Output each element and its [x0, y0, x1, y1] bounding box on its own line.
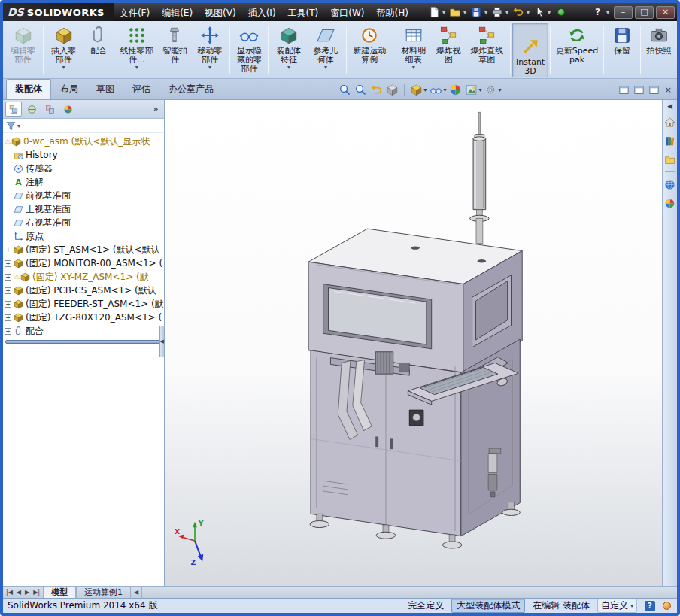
- open-button[interactable]: [448, 5, 463, 19]
- menu-tools[interactable]: 工具(T): [282, 3, 325, 21]
- view-settings-button[interactable]: ▾: [484, 83, 502, 97]
- chevron-down-icon[interactable]: ▾: [606, 9, 609, 16]
- ribbon-button-move-component[interactable]: 移动零部件 ▾: [191, 23, 228, 77]
- chevron-down-icon[interactable]: ▾: [17, 123, 20, 129]
- appearances-button[interactable]: [663, 196, 677, 210]
- tree-item-origin[interactable]: 原点: [3, 229, 164, 243]
- menu-edit[interactable]: 编辑(E): [156, 3, 199, 21]
- section-view-button[interactable]: [385, 83, 399, 97]
- tree-item-front-plane[interactable]: 前视基准面: [3, 189, 164, 202]
- tree-item-component[interactable]: + (固定) FEEDER-ST_ASM<1> (默: [3, 297, 164, 311]
- rollback-bar[interactable]: [5, 340, 162, 344]
- tree-item-annotations[interactable]: 注解: [3, 175, 164, 189]
- hide-show-items-button[interactable]: ▾: [429, 83, 447, 97]
- tab-model[interactable]: 模型: [43, 587, 76, 598]
- menu-insert[interactable]: 插入(I): [242, 3, 282, 21]
- minimize-button[interactable]: –: [614, 6, 633, 19]
- pane-split-right-button[interactable]: [633, 83, 645, 96]
- tree-item-assembly-root[interactable]: ⚠ 0-wc_asm (默认<默认_显示状: [3, 135, 164, 148]
- task-pane-expand-button[interactable]: ◀: [667, 102, 672, 110]
- displaymanager-tab[interactable]: [59, 102, 76, 117]
- ribbon-button-keep[interactable]: 保留: [606, 23, 639, 77]
- custom-dropdown[interactable]: 自定义 ▾: [597, 599, 637, 613]
- maximize-button[interactable]: □: [635, 6, 654, 19]
- first-tab-button[interactable]: |◀: [5, 589, 14, 596]
- save-button[interactable]: [469, 5, 484, 19]
- zoom-fit-button[interactable]: [338, 83, 352, 97]
- expander-icon[interactable]: +: [5, 314, 11, 321]
- tree-item-component[interactable]: + (固定) ST_ASM<1> (默认<默认: [3, 243, 164, 256]
- ribbon-button-update-speedpak[interactable]: 更新Speedpak: [552, 23, 602, 77]
- graphics-viewport[interactable]: X Y Z: [165, 100, 662, 586]
- pane-float-button[interactable]: [648, 83, 660, 96]
- select-button[interactable]: [532, 5, 547, 19]
- tree-item-sensors[interactable]: 传感器: [3, 162, 164, 175]
- chevron-down-icon[interactable]: ▾: [548, 9, 551, 16]
- featuremanager-tab[interactable]: [5, 102, 22, 117]
- chevron-down-icon[interactable]: ▾: [463, 9, 466, 16]
- tab-evaluate[interactable]: 评估: [123, 79, 159, 99]
- ribbon-button-new-motion-study[interactable]: 新建运动算例: [348, 23, 392, 77]
- tab-sketch[interactable]: 草图: [87, 79, 123, 99]
- configurationmanager-tab[interactable]: [41, 102, 58, 117]
- tab-assembly[interactable]: 装配体: [6, 79, 51, 99]
- tree-item-history[interactable]: History: [3, 148, 164, 162]
- menu-help[interactable]: 帮助(H): [371, 3, 414, 21]
- tree-item-component[interactable]: + (固定) MONITOR-00_ASM<1> (: [3, 256, 164, 270]
- ribbon-button-instant3d[interactable]: Instant3D: [512, 23, 548, 77]
- display-style-button[interactable]: ▾: [409, 83, 427, 97]
- expander-icon[interactable]: +: [5, 287, 11, 294]
- ribbon-button-linear-pattern[interactable]: 线性零部件... ▾: [115, 23, 158, 77]
- apply-scene-button[interactable]: ▾: [464, 83, 482, 97]
- ribbon-button-exploded-view[interactable]: 爆炸视图: [432, 23, 465, 77]
- tree-item-right-plane[interactable]: 右视基准面: [3, 216, 164, 229]
- ribbon-button-explode-line-sketch[interactable]: 爆炸直线草图: [465, 23, 508, 77]
- zoom-area-button[interactable]: [354, 83, 368, 97]
- help-button[interactable]: ?: [592, 7, 603, 17]
- ribbon-button-show-hidden[interactable]: 显示隐藏的零部件: [232, 23, 266, 77]
- ribbon-button-take-snapshot[interactable]: 拍快照: [642, 23, 675, 77]
- print-button[interactable]: [490, 5, 505, 19]
- close-button[interactable]: ×: [656, 6, 675, 19]
- previous-view-button[interactable]: [369, 83, 384, 97]
- file-explorer-button[interactable]: [663, 153, 677, 166]
- panel-overflow-button[interactable]: »: [150, 104, 161, 114]
- quick-tips-help-button[interactable]: ?: [645, 601, 655, 611]
- chevron-down-icon[interactable]: ▾: [484, 9, 487, 16]
- expander-icon[interactable]: +: [5, 260, 11, 267]
- resources-home-button[interactable]: [663, 115, 677, 129]
- large-assembly-mode-toggle[interactable]: 大型装配体模式: [451, 599, 525, 613]
- next-tab-button[interactable]: ▶: [23, 589, 31, 596]
- tree-item-top-plane[interactable]: 上视基准面: [3, 202, 164, 216]
- chevron-down-icon[interactable]: ▾: [442, 9, 445, 16]
- ribbon-button-edit-component[interactable]: 编辑零部件: [5, 23, 41, 77]
- menu-file[interactable]: 文件(F): [114, 3, 156, 21]
- expander-icon[interactable]: +: [5, 328, 11, 335]
- propertymanager-tab[interactable]: [23, 102, 40, 117]
- expander-icon[interactable]: +: [5, 301, 11, 308]
- chevron-down-icon[interactable]: ▾: [505, 9, 508, 16]
- panel-collapse-handle[interactable]: ◀: [159, 326, 165, 357]
- tree-item-component[interactable]: + (固定) PCB-CS_ASM<1> (默认: [3, 284, 164, 297]
- new-document-button[interactable]: [427, 5, 442, 19]
- tree-item-component[interactable]: + ⚠ (固定) XY-MZ_ASM<1> (默: [3, 270, 164, 284]
- tree-item-mates[interactable]: + 配合: [3, 324, 164, 338]
- ribbon-button-bom[interactable]: 材料明细表 ▾: [395, 23, 432, 77]
- edit-appearance-button[interactable]: [448, 83, 463, 97]
- undo-button[interactable]: [511, 5, 526, 19]
- tree-item-component[interactable]: + (固定) TZG-80X120_ASM<1> (: [3, 311, 164, 324]
- ribbon-button-reference-geometry[interactable]: 参考几何体 ▾: [308, 23, 345, 77]
- expander-icon[interactable]: +: [5, 247, 11, 253]
- ribbon-button-assembly-features[interactable]: 装配体特征 ▾: [270, 23, 307, 77]
- close-pane-button[interactable]: ×: [663, 85, 674, 95]
- chevron-down-icon[interactable]: ▾: [527, 9, 530, 16]
- menu-view[interactable]: 视图(V): [199, 3, 242, 21]
- ribbon-button-insert-component[interactable]: 插入零部件 ▾: [45, 23, 82, 77]
- tab-layout[interactable]: 布局: [51, 79, 87, 99]
- filter-funnel-icon[interactable]: [6, 121, 16, 131]
- prev-tab-button[interactable]: ◀: [15, 589, 23, 596]
- forum-button[interactable]: [663, 178, 677, 191]
- menu-window[interactable]: 窗口(W): [324, 3, 370, 21]
- pane-split-left-button[interactable]: [618, 83, 630, 96]
- ribbon-button-smart-fasteners[interactable]: 智能扣件: [158, 23, 191, 77]
